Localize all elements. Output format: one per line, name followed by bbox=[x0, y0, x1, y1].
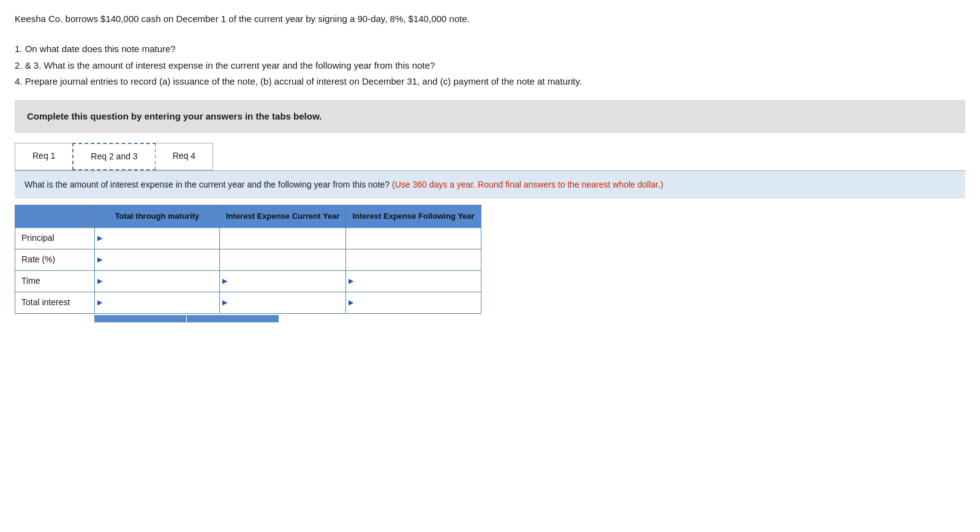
row-label-time: Time bbox=[15, 270, 95, 292]
time-current-cell: ▶ bbox=[220, 270, 346, 292]
scroll-indicators bbox=[15, 314, 965, 322]
totalinterest-following-input[interactable] bbox=[356, 292, 480, 313]
data-table-wrapper: Total through maturity Interest Expense … bbox=[15, 205, 965, 322]
header-total: Total through maturity bbox=[95, 205, 220, 228]
tab-content: What is the amount of interest expense i… bbox=[15, 170, 965, 322]
triangle-icon: ▶ bbox=[95, 233, 105, 243]
rate-current-cell bbox=[220, 249, 346, 270]
tabs-row: Req 1 Req 2 and 3 Req 4 bbox=[15, 143, 213, 170]
row-label-principal: Principal bbox=[15, 227, 95, 249]
triangle-icon: ▶ bbox=[346, 297, 356, 308]
rate-total-cell: ▶ bbox=[95, 249, 220, 270]
row-label-rate: Rate (%) bbox=[15, 249, 95, 270]
question4-text: 4. Prepare journal entries to record (a)… bbox=[15, 75, 965, 89]
tab-req23[interactable]: Req 2 and 3 bbox=[72, 143, 156, 170]
question-text: What is the amount of interest expense i… bbox=[24, 180, 390, 189]
table-header-row: Total through maturity Interest Expense … bbox=[15, 205, 481, 228]
question-banner: What is the amount of interest expense i… bbox=[15, 171, 965, 199]
principal-total-cell: ▶ bbox=[95, 227, 220, 249]
tab-req1[interactable]: Req 1 bbox=[15, 143, 73, 170]
table-row: Rate (%) ▶ bbox=[15, 249, 481, 270]
intro-section: Keesha Co. borrows $140,000 cash on Dece… bbox=[15, 12, 965, 89]
time-following-cell: ▶ bbox=[346, 270, 481, 292]
scenario-text: Keesha Co. borrows $140,000 cash on Dece… bbox=[15, 12, 965, 26]
principal-following-cell bbox=[346, 227, 481, 249]
question1-text: 1. On what date does this note mature? bbox=[15, 42, 965, 56]
time-total-cell: ▶ bbox=[95, 270, 220, 292]
triangle-icon: ▶ bbox=[220, 276, 230, 286]
table-row: Time ▶ ▶ bbox=[15, 270, 481, 292]
triangle-icon: ▶ bbox=[95, 297, 105, 308]
principal-following-input[interactable] bbox=[346, 228, 480, 249]
header-blank bbox=[15, 205, 95, 228]
time-following-input[interactable] bbox=[356, 271, 480, 292]
tabs-and-content: Req 1 Req 2 and 3 Req 4 What is the amou… bbox=[15, 143, 965, 322]
rate-current-input[interactable] bbox=[220, 249, 345, 270]
rate-following-input[interactable] bbox=[346, 249, 480, 270]
question23-text: 2. & 3. What is the amount of interest e… bbox=[15, 59, 965, 73]
totalinterest-current-input[interactable] bbox=[230, 292, 345, 313]
triangle-icon: ▶ bbox=[95, 276, 105, 286]
principal-current-input[interactable] bbox=[220, 228, 345, 249]
totalinterest-total-input[interactable] bbox=[105, 292, 219, 313]
table-row: Principal ▶ bbox=[15, 227, 481, 249]
time-total-input[interactable] bbox=[105, 271, 219, 292]
header-current-year: Interest Expense Current Year bbox=[220, 205, 346, 228]
header-following-year: Interest Expense Following Year bbox=[346, 205, 481, 228]
totalinterest-total-cell: ▶ bbox=[95, 292, 220, 313]
row-label-total-interest: Total interest bbox=[15, 292, 95, 313]
tab-req4[interactable]: Req 4 bbox=[156, 143, 213, 170]
triangle-icon: ▶ bbox=[95, 254, 105, 265]
interest-table: Total through maturity Interest Expense … bbox=[15, 205, 481, 314]
rate-following-cell bbox=[346, 249, 481, 270]
triangle-icon: ▶ bbox=[220, 297, 230, 308]
principal-current-cell bbox=[220, 227, 346, 249]
triangle-icon: ▶ bbox=[346, 276, 356, 286]
table-row: Total interest ▶ ▶ bbox=[15, 292, 481, 313]
time-current-input[interactable] bbox=[230, 271, 345, 292]
principal-total-input[interactable] bbox=[105, 228, 219, 249]
complete-banner: Complete this question by entering your … bbox=[15, 100, 965, 134]
totalinterest-following-cell: ▶ bbox=[346, 292, 481, 313]
rate-total-input[interactable] bbox=[105, 249, 219, 270]
question-note: (Use 360 days a year. Round final answer… bbox=[392, 180, 663, 189]
totalinterest-current-cell: ▶ bbox=[220, 292, 346, 313]
